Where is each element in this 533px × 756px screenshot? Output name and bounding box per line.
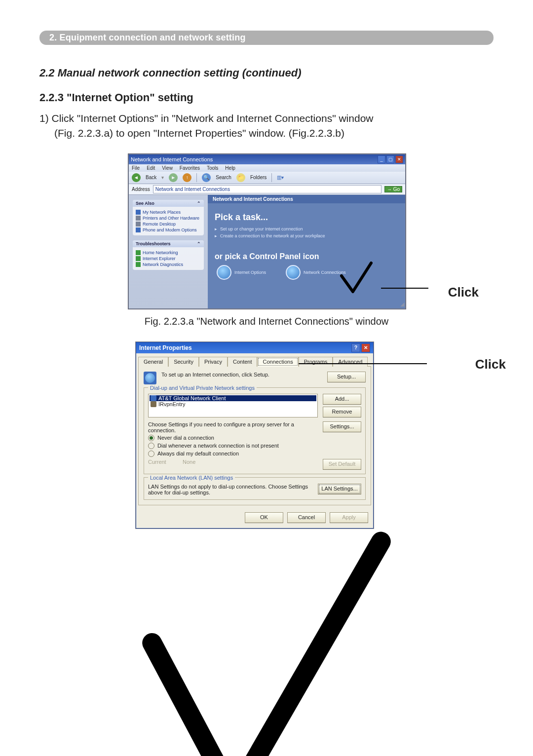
- lan-group-label: Local Area Network (LAN) settings: [148, 475, 235, 481]
- sidebar: See Also ⌃ My Network Places Printers an…: [129, 195, 208, 308]
- tab-general[interactable]: General: [138, 357, 168, 367]
- sidebar-item[interactable]: My Network Places: [136, 210, 201, 215]
- main-panel: Network and Internet Connections Pick a …: [208, 195, 405, 308]
- address-label: Address: [132, 187, 150, 192]
- connection-wizard-icon: [144, 372, 156, 384]
- forward-icon[interactable]: ►: [169, 173, 178, 182]
- phone-modem-icon: [136, 227, 141, 232]
- help-icon: [136, 262, 141, 267]
- dialog-titlebar: Internet Properties ? ✕: [136, 342, 373, 353]
- radio-never-dial[interactable]: Never dial a connection: [148, 435, 361, 441]
- arrow-icon: ▸: [215, 227, 217, 231]
- network-connections-window: Network and Internet Connections _ ▢ ✕ F…: [128, 154, 406, 309]
- cancel-button[interactable]: Cancel: [287, 512, 326, 523]
- dialup-group: Dial-up and Virtual Private Network sett…: [144, 387, 366, 474]
- figure-a-wrapper: Network and Internet Connections _ ▢ ✕ F…: [128, 154, 405, 309]
- sidebar-item[interactable]: Internet Explorer: [136, 256, 201, 261]
- continued-heading: 2.2 Manual network connection setting (c…: [39, 67, 494, 79]
- menu-file[interactable]: File: [132, 165, 140, 171]
- ok-button[interactable]: OK: [245, 512, 283, 523]
- annotation-checkmark-icon: [339, 261, 374, 296]
- task-link[interactable]: ▸Set up or change your Internet connecti…: [208, 226, 405, 232]
- internet-properties-dialog: Internet Properties ? ✕ General Security…: [136, 342, 374, 529]
- step-1-text: 1) Click "Internet Options" in "Network …: [39, 111, 494, 141]
- up-icon[interactable]: ↑: [183, 173, 191, 182]
- sidebar-item[interactable]: Network Diagnostics: [136, 262, 201, 267]
- menu-help[interactable]: Help: [225, 165, 235, 171]
- sidebar-item[interactable]: Phone and Modem Options: [136, 227, 201, 232]
- tab-connections[interactable]: Connections: [257, 357, 298, 367]
- annotation-line-icon: [299, 364, 427, 365]
- menu-edit[interactable]: Edit: [147, 165, 155, 171]
- add-button[interactable]: Add...: [323, 394, 361, 405]
- go-button[interactable]: → Go: [384, 186, 402, 192]
- chevron-up-icon[interactable]: ⌃: [197, 241, 201, 246]
- radio-always-dial[interactable]: Always dial my default connection: [148, 451, 361, 457]
- sidebar-trouble-header[interactable]: Troubleshooters ⌃: [133, 240, 204, 247]
- toolbar: ◄ Back ▾ ► ↑ 🔍 Search 📁 Folders ▥▾: [129, 172, 405, 184]
- back-icon[interactable]: ◄: [132, 173, 141, 182]
- chevron-up-icon[interactable]: ⌃: [197, 201, 201, 206]
- minimize-icon[interactable]: _: [378, 155, 385, 163]
- printers-icon: [136, 216, 141, 221]
- chapter-header-text: 2. Equipment connection and network sett…: [49, 33, 246, 42]
- views-icon[interactable]: ▥▾: [277, 175, 284, 180]
- back-button[interactable]: Back: [146, 175, 156, 180]
- figure-b-wrapper: Internet Properties ? ✕ General Security…: [136, 342, 397, 756]
- current-value: None: [183, 459, 318, 465]
- setup-button[interactable]: Setup...: [327, 372, 366, 382]
- search-button[interactable]: Search: [216, 175, 231, 180]
- resize-grip-icon[interactable]: ◢: [400, 301, 404, 307]
- proxy-description: Choose Settings if you need to configure…: [148, 421, 318, 433]
- dialup-group-label: Dial-up and Virtual Private Network sett…: [148, 385, 257, 391]
- help-icon: [136, 256, 141, 261]
- help-icon: [136, 250, 141, 255]
- sidebar-item[interactable]: Remote Desktop: [136, 222, 201, 227]
- click-callout: Click: [475, 357, 506, 372]
- radio-dial-when[interactable]: Dial whenever a network connection is no…: [148, 443, 361, 449]
- maximize-icon[interactable]: ▢: [386, 155, 394, 163]
- close-icon[interactable]: ✕: [361, 343, 370, 352]
- address-field[interactable]: Network and Internet Connections: [153, 185, 381, 193]
- remove-button[interactable]: Remove: [323, 407, 361, 417]
- close-icon[interactable]: ✕: [395, 155, 403, 163]
- pick-a-task-heading: Pick a task...: [208, 203, 405, 226]
- network-icon: [286, 265, 301, 280]
- tab-programs[interactable]: Programs: [299, 357, 333, 367]
- folders-icon[interactable]: 📁: [236, 173, 245, 182]
- internet-options-item[interactable]: Internet Options: [217, 265, 266, 280]
- sidebar-item[interactable]: Home Networking: [136, 250, 201, 255]
- step-1-line-2: (Fig. 2.2.3.a) to open "Internet Propert…: [39, 126, 494, 141]
- window-titlebar: Network and Internet Connections _ ▢ ✕: [129, 154, 405, 164]
- sidebar-item[interactable]: Printers and Other Hardware: [136, 216, 201, 221]
- connections-listbox[interactable]: AT&T Global Network Client IRvpnEntry: [148, 394, 318, 417]
- search-icon[interactable]: 🔍: [202, 173, 211, 182]
- address-bar: Address Network and Internet Connections…: [129, 184, 405, 195]
- or-pick-heading: or pick a Control Panel icon: [208, 239, 405, 265]
- address-value: Network and Internet Connections: [155, 187, 230, 192]
- tab-privacy[interactable]: Privacy: [199, 357, 228, 367]
- tab-advanced[interactable]: Advanced: [333, 357, 368, 367]
- menu-view[interactable]: View: [162, 165, 173, 171]
- menu-favorites[interactable]: Favorites: [180, 165, 200, 171]
- dialog-title: Internet Properties: [139, 344, 192, 351]
- lan-group: Local Area Network (LAN) settings LAN Se…: [144, 477, 366, 500]
- sidebar-seealso-header[interactable]: See Also ⌃: [133, 200, 204, 207]
- settings-button[interactable]: Settings...: [323, 421, 361, 432]
- folders-button[interactable]: Folders: [250, 175, 266, 180]
- annotation-line-icon: [381, 288, 428, 289]
- help-icon[interactable]: ?: [351, 343, 360, 352]
- connection-icon: [151, 395, 156, 401]
- lan-settings-button[interactable]: LAN Settings...: [318, 484, 361, 494]
- network-connections-item[interactable]: Network Connections: [286, 265, 346, 280]
- apply-button: Apply: [330, 512, 368, 523]
- tab-security[interactable]: Security: [168, 357, 199, 367]
- connection-icon: [151, 401, 156, 407]
- task-link[interactable]: ▸Create a connection to the network at y…: [208, 232, 405, 239]
- tab-content[interactable]: Content: [228, 357, 258, 367]
- connections-panel: To set up an Internet connection, click …: [138, 366, 371, 505]
- menu-tools[interactable]: Tools: [207, 165, 218, 171]
- network-places-icon: [136, 210, 141, 215]
- radio-icon: [148, 451, 154, 457]
- chapter-header-bar: 2. Equipment connection and network sett…: [39, 31, 494, 45]
